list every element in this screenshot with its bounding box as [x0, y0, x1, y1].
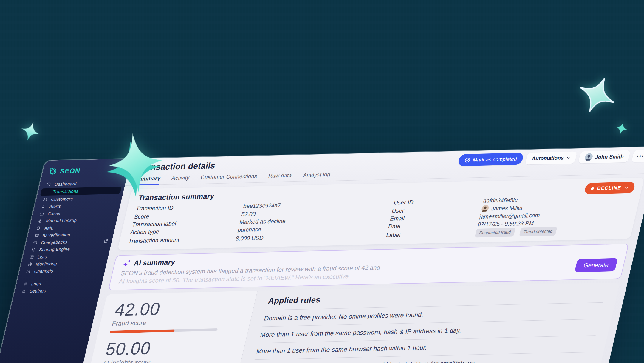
transaction-fields: Transaction ID bee123c924a7 User ID aafd… [128, 194, 632, 245]
sidebar-item-label: Settings [29, 288, 47, 293]
field-label: Email [389, 213, 477, 222]
mark-as-completed-button[interactable]: Mark as completed [457, 153, 524, 166]
card-icon [32, 240, 38, 245]
user-full-name: James Miller [490, 204, 524, 212]
radar-icon [27, 262, 33, 267]
sidebar-item-label: Logs [31, 281, 41, 286]
hand-pointer-icon [37, 219, 43, 223]
automations-label: Automations [531, 155, 564, 162]
status-dot-icon [591, 187, 594, 190]
transactions-icon [44, 190, 50, 194]
sidebar-item-label: Dashboard [54, 182, 77, 187]
ai-summary-heading: AI summary [133, 258, 176, 267]
transaction-summary-card: Transaction summary DECLINE Transaction … [117, 177, 644, 250]
dashboard-icon [46, 182, 52, 187]
tab-customer-connections[interactable]: Customer Connections [199, 173, 258, 184]
sidebar-item-label: Transactions [52, 189, 79, 194]
sidebar-item-label: AML [44, 225, 54, 230]
seon-logo-icon [48, 167, 58, 176]
tag-trend-detected: Trend detected [519, 227, 557, 236]
check-circle-icon [464, 157, 471, 163]
gear-icon [21, 289, 27, 294]
tab-raw-data[interactable]: Raw data [267, 172, 292, 182]
field-label: Action type [130, 227, 236, 236]
layers-icon [25, 269, 31, 274]
avatar [481, 205, 490, 212]
field-label: Date [388, 221, 476, 230]
sidebar-item-label: Alerts [49, 204, 62, 209]
dashboard-window: SEON Dashboard Transactions Customers Al… [0, 147, 644, 363]
field-label: Transaction amount [128, 235, 233, 244]
chevron-down-icon [566, 156, 571, 160]
applied-rules-panel: Applied rules Domain is a free provider.… [228, 282, 620, 363]
field-label: Score [133, 211, 239, 220]
mark-as-completed-label: Mark as completed [472, 156, 518, 163]
id-card-icon [34, 233, 40, 238]
tag-suspected-fraud: Suspected fraud [475, 228, 515, 237]
fraud-score-value: 42.00 [113, 298, 246, 319]
sidebar-item-label: Monitoring [35, 261, 57, 267]
field-label: User ID [393, 197, 481, 206]
sidebar-item-label: ID verification [42, 232, 71, 238]
field-label: Label [386, 230, 473, 239]
field-label: Transaction ID [135, 203, 241, 212]
fraud-score-bar [110, 328, 218, 333]
user-name: John Smith [595, 153, 624, 160]
tab-activity[interactable]: Activity [170, 175, 190, 184]
ai-insights-score-value: 50.00 [104, 338, 236, 358]
folder-icon [39, 211, 45, 216]
customers-icon [42, 197, 48, 202]
sparkle-decoration [614, 120, 630, 137]
sidebar-item-label: Channels [34, 268, 54, 274]
status-label: DECLINE [597, 185, 622, 191]
tab-analyst-log[interactable]: Analyst log [302, 171, 331, 181]
automations-button[interactable]: Automations [525, 152, 577, 165]
sparkle-decoration [18, 116, 44, 146]
ai-summary-card: AI summary SEON's fraud detection system… [108, 244, 629, 291]
scores-panel: 42.00 Fraud score 50.00 AI Insights scor… [78, 291, 257, 363]
bell-icon [41, 204, 47, 209]
ellipsis-icon: ••• [636, 153, 644, 159]
user-menu-button[interactable]: John Smith [578, 150, 631, 163]
seon-logo-text: SEON [59, 167, 81, 175]
sidebar-item-label: Customers [50, 196, 73, 202]
sidebar-item-label: Cases [47, 211, 61, 216]
avatar [584, 153, 594, 161]
external-link-icon [103, 239, 109, 243]
logs-icon [22, 282, 28, 286]
field-label: User [391, 205, 479, 214]
sidebar-item-label: Chargebacks [40, 239, 68, 245]
fraud-score-bar-fill [110, 329, 175, 333]
sparkle-decoration [572, 68, 623, 122]
list-icon [29, 255, 35, 259]
ai-sparkles-icon [123, 260, 131, 267]
bottom-section: 42.00 Fraud score 50.00 AI Insights scor… [78, 282, 620, 363]
sidebar-item-label: Manual Lookup [45, 218, 77, 223]
chevron-down-icon [624, 186, 629, 190]
sidebar-item-label: Scoring Engine [39, 247, 70, 252]
generate-button[interactable]: Generate [574, 258, 618, 272]
sparkle-decoration-large [101, 122, 168, 206]
more-options-button[interactable]: ••• [631, 150, 644, 162]
money-bag-icon [35, 226, 41, 230]
sliders-icon [30, 247, 36, 252]
sidebar-item-label: Lists [37, 254, 47, 259]
field-value: 8,000 USD [235, 232, 384, 242]
decline-status-dropdown[interactable]: DECLINE [584, 182, 636, 194]
